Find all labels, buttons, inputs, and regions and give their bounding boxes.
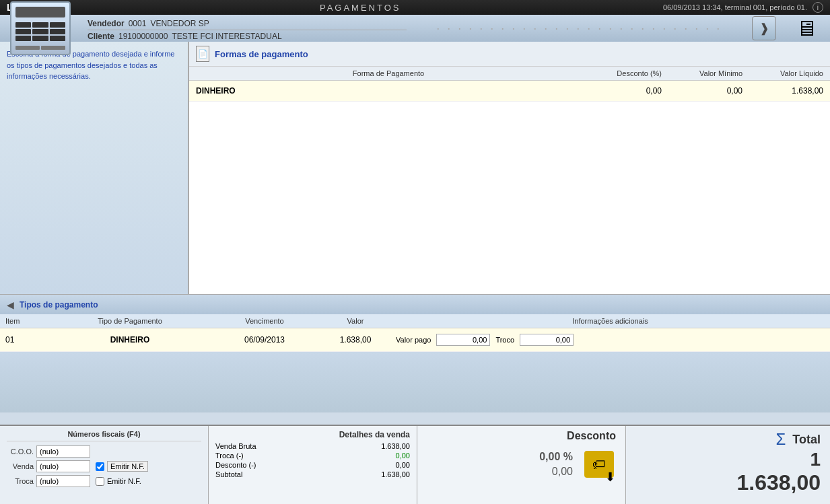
col-valor-liquido: Valor Líquido — [742, 69, 823, 77]
top-bar: Vendedor 0001 VENDEDOR SP Cliente 191000… — [0, 15, 830, 42]
troca-row: Troca Emitir N.F. — [7, 475, 201, 487]
calculator-icon — [10, 1, 71, 55]
row-tipo: DINHEIRO — [46, 335, 214, 345]
desconto-panel: Desconto 0,00 % 0,00 🏷 ⬇ — [417, 426, 626, 504]
header: LINXPOS Pagamentos 06/09/2013 13:34, ter… — [0, 0, 830, 15]
tipos-section-header: ◀ Tipos de pagamento — [0, 294, 830, 314]
row-vencimento: 06/09/2013 — [214, 335, 315, 345]
detalhe-value-1: 0,00 — [396, 452, 410, 460]
coo-row: C.O.O. — [7, 445, 201, 458]
detalhe-label-0: Venda Bruta — [215, 442, 256, 450]
emitir-nf-checkbox-2[interactable] — [96, 477, 104, 486]
fiscal-panel: Números fiscais (F4) C.O.O. Venda Emitir… — [0, 426, 209, 504]
desconto-value: 0,00 — [552, 466, 573, 478]
desconto-title: Desconto — [567, 430, 616, 442]
formas-table-header: Forma de Pagamento Desconto (%) Valor Mí… — [189, 67, 830, 81]
col-tipo: Tipo de Pagamento — [46, 317, 214, 325]
document-icon: 📄 — [196, 46, 209, 62]
venda-label: Venda — [7, 462, 34, 470]
header-datetime: 06/09/2013 13:34, terminal 001, período … — [663, 3, 807, 11]
total-amount: 1.638,00 — [635, 470, 821, 495]
row-forma: DINHEIRO — [196, 86, 581, 96]
spacer-area — [0, 352, 830, 412]
computer-icon: 🖥 — [790, 11, 823, 45]
valor-pago-input[interactable] — [436, 334, 490, 346]
discount-icon: 🏷 ⬇ — [582, 447, 616, 481]
page-title: Pagamentos — [320, 3, 401, 13]
customer-field: Cliente 19100000000 TESTE FCI INTERESTAD… — [88, 32, 407, 41]
tipos-table-row: 01 DINHEIRO 06/09/2013 1.638,00 Valor pa… — [0, 328, 830, 352]
vendor-field: Vendedor 0001 VENDEDOR SP — [88, 19, 407, 28]
row-item: 01 — [5, 335, 46, 345]
total-count: 1 — [635, 449, 821, 470]
total-panel: Σ Total 1 1.638,00 — [626, 426, 830, 504]
troca-fiscal-input[interactable] — [36, 475, 90, 487]
detalhes-title: Detalhes da venda — [215, 430, 410, 439]
emitir-nf-label-2: Emitir N.F. — [107, 477, 141, 485]
detalhe-label-1: Troca (-) — [215, 452, 244, 460]
row-desconto: 0,00 — [581, 86, 662, 96]
detalhe-subtotal: Subtotal 1.638,00 — [215, 470, 410, 478]
venda-row: Venda Emitir N.F. — [7, 460, 201, 472]
troco-input[interactable] — [520, 334, 574, 346]
total-title: Total — [792, 433, 821, 447]
col-valor-minimo: Valor Mínimo — [662, 69, 742, 77]
col-desconto: Desconto (%) — [581, 69, 662, 77]
detalhe-label-2: Desconto (-) — [215, 461, 256, 469]
tipos-title: Tipos de pagamento — [20, 300, 98, 310]
tipos-arrow-icon: ◀ — [7, 299, 14, 310]
vendor-label: Vendedor — [88, 19, 125, 28]
row-valor: 1.638,00 — [315, 335, 396, 345]
table-row: DINHEIRO 0,00 0,00 1.638,00 — [189, 81, 830, 102]
detalhe-troca: Troca (-) 0,00 — [215, 452, 410, 460]
col-item: Item — [5, 317, 46, 325]
fiscal-title: Números fiscais (F4) — [7, 430, 201, 441]
col-vencimento: Vencimento — [214, 317, 315, 325]
emitir-nf-label-1: Emitir N.F. — [107, 461, 148, 472]
detalhes-panel: Detalhes da venda Venda Bruta 1.638,00 T… — [209, 426, 417, 504]
tipos-table-header: Item Tipo de Pagamento Vencimento Valor … — [0, 314, 830, 328]
detalhe-venda: Venda Bruta 1.638,00 — [215, 442, 410, 450]
info-adicional: Valor pago Troco — [396, 334, 825, 346]
formas-header: 📄 Formas de pagamento — [189, 42, 830, 67]
row-valor-liquido: 1.638,00 — [742, 86, 823, 96]
formas-title: Formas de pagamento — [215, 49, 308, 59]
troco-label: Troco — [495, 336, 514, 344]
detalhe-label-3: Subtotal — [215, 470, 242, 478]
col-forma: Forma de Pagamento — [196, 69, 581, 77]
detalhe-value-3: 1.638,00 — [381, 470, 410, 478]
coo-label: C.O.O. — [7, 447, 34, 456]
detalhe-value-0: 1.638,00 — [381, 442, 410, 450]
venda-input[interactable] — [36, 460, 90, 472]
valor-pago-label: Valor pago — [396, 336, 431, 344]
payment-forms-panel: 📄 Formas de pagamento Forma de Pagamento… — [188, 42, 830, 294]
left-sidebar: Escolha a forma de pagamento desejada e … — [0, 42, 188, 294]
customer-name: TESTE FCI INTERESTADUAL — [172, 32, 281, 41]
row-valor-minimo: 0,00 — [662, 86, 742, 96]
vendor-code: 0001 — [129, 19, 147, 28]
nav-arrow-button[interactable]: ❱ — [752, 16, 776, 40]
coo-input[interactable] — [36, 445, 90, 458]
col-valor: Valor — [315, 317, 396, 325]
desconto-percent: 0,00 % — [539, 451, 573, 463]
emitir-nf-checkbox-1[interactable] — [96, 462, 104, 471]
col-info: Informações adicionais — [396, 317, 825, 325]
sigma-icon: Σ — [775, 430, 786, 449]
detalhe-value-2: 0,00 — [396, 461, 410, 469]
customer-code: 19100000000 — [118, 32, 168, 41]
customer-label: Cliente — [88, 32, 114, 41]
detalhe-desconto: Desconto (-) 0,00 — [215, 461, 410, 469]
troca-fiscal-label: Troca — [7, 477, 34, 485]
vendor-name: VENDEDOR SP — [150, 19, 209, 28]
nav-dots: · · · · · · · · · · · · · · · · · · · · … — [420, 22, 739, 36]
